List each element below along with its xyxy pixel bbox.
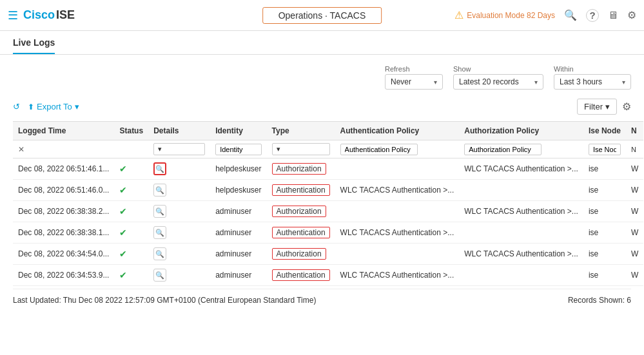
export-chevron: ▾ <box>75 102 79 111</box>
cell-type: Authorization <box>267 244 335 265</box>
type-filter-select[interactable]: ▾ <box>272 143 330 155</box>
cell-ise-node: ise <box>583 265 626 286</box>
filter-details: ▾ <box>148 140 210 158</box>
refresh-button[interactable]: ↺ <box>13 102 20 111</box>
cell-authz-policy: WLC TACACS Authentication >... <box>459 244 583 265</box>
cell-authz-policy: WLC TACACS Authentication >... <box>459 201 583 222</box>
cell-authz-policy: WLC TACACS Authentication >... <box>459 158 583 180</box>
cell-logged-time: Dec 08, 2022 06:38:38.2... <box>13 201 114 222</box>
table-settings-icon[interactable]: ⚙ <box>622 101 631 113</box>
cell-auth-policy <box>335 201 460 222</box>
status-check-icon: ✔ <box>119 270 127 280</box>
cell-identity: adminuser <box>210 244 266 265</box>
within-select[interactable]: Last 3 hours ▾ <box>554 74 631 90</box>
filter-identity <box>210 140 266 158</box>
controls-row: Refresh Never ▾ Show Latest 20 records ▾… <box>13 55 631 95</box>
cell-n: W <box>626 222 643 244</box>
live-logs-tab[interactable]: Live Logs <box>13 37 55 54</box>
type-value: Authorization <box>272 163 326 175</box>
warning-icon: ⚠ <box>454 9 463 21</box>
status-check-icon: ✔ <box>119 206 127 216</box>
cell-ise-node: ise <box>583 244 626 265</box>
cell-details: 🔍 <box>148 265 210 286</box>
cell-status: ✔ <box>114 201 148 222</box>
help-icon[interactable]: ? <box>586 9 599 22</box>
table-row: Dec 08, 2022 06:34:54.0...✔🔍adminuserAut… <box>13 244 643 265</box>
cell-ise-node: ise <box>583 222 626 244</box>
footer-bar: Last Updated: Thu Dec 08 2022 12:57:09 G… <box>13 289 631 305</box>
details-button[interactable]: 🔍 <box>153 269 166 282</box>
col-ise-node: Ise Node <box>583 122 626 140</box>
details-button[interactable]: 🔍 <box>153 162 166 175</box>
details-button[interactable]: 🔍 <box>153 226 166 239</box>
ise-node-filter-input[interactable] <box>589 144 621 155</box>
status-check-icon: ✔ <box>119 164 127 174</box>
notifications-icon[interactable]: 🖥 <box>608 10 618 21</box>
cell-logged-time: Dec 08, 2022 06:34:53.9... <box>13 265 114 286</box>
authz-policy-filter-input[interactable] <box>464 144 542 155</box>
cell-logged-time: Dec 08, 2022 06:51:46.1... <box>13 158 114 180</box>
filter-authz-policy <box>459 140 583 158</box>
filter-button[interactable]: Filter ▾ <box>577 99 617 115</box>
cell-details: 🔍 <box>148 222 210 244</box>
cell-n: W <box>626 180 643 201</box>
navbar-center-title: Operations · TACACS <box>262 7 382 24</box>
page-header: Live Logs <box>0 31 644 55</box>
type-value: Authorization <box>272 248 326 260</box>
filter-logged-time: ✕ <box>13 140 114 158</box>
search-icon[interactable]: 🔍 <box>564 9 577 21</box>
cell-n: W <box>626 244 643 265</box>
cell-auth-policy: WLC TACACS Authentication >... <box>335 180 460 201</box>
cell-ise-node: ise <box>583 158 626 180</box>
table-row: Dec 08, 2022 06:51:46.1...✔🔍helpdeskuser… <box>13 158 643 180</box>
col-logged-time: Logged Time <box>13 122 114 140</box>
cell-type: Authorization <box>267 201 335 222</box>
status-filter-select[interactable]: ▾ <box>153 143 205 155</box>
filter-n: N <box>626 140 643 158</box>
details-button[interactable]: 🔍 <box>153 205 166 218</box>
brand: Cisco ISE <box>23 8 75 22</box>
cell-authz-policy <box>459 265 583 286</box>
auth-policy-filter-input[interactable] <box>340 144 418 155</box>
filter-chevron: ▾ <box>605 102 610 111</box>
cell-auth-policy <box>335 158 460 180</box>
identity-filter-input[interactable] <box>215 144 261 155</box>
type-value: Authentication <box>272 184 330 196</box>
show-select[interactable]: Latest 20 records ▾ <box>453 74 543 90</box>
cell-n: W <box>626 158 643 180</box>
brand-cisco: Cisco <box>23 8 55 22</box>
filter-auth-policy <box>335 140 460 158</box>
cell-auth-policy <box>335 244 460 265</box>
refresh-control: Refresh Never ▾ <box>385 65 443 90</box>
cell-identity: helpdeskuser <box>210 180 266 201</box>
export-button[interactable]: ⬆ Export To ▾ <box>28 102 79 111</box>
within-control: Within Last 3 hours ▾ <box>554 65 631 90</box>
refresh-select[interactable]: Never ▾ <box>385 74 443 90</box>
details-button[interactable]: 🔍 <box>153 247 166 260</box>
close-icon[interactable]: ✕ <box>18 145 24 154</box>
action-right: Filter ▾ ⚙ <box>577 99 631 115</box>
cell-details: 🔍 <box>148 201 210 222</box>
cell-status: ✔ <box>114 158 148 180</box>
table-row: Dec 08, 2022 06:51:46.0...✔🔍helpdeskuser… <box>13 180 643 201</box>
type-value: Authentication <box>272 269 330 281</box>
eval-badge: ⚠ Evaluation Mode 82 Days <box>454 9 555 21</box>
col-status: Status <box>114 122 148 140</box>
navbar-left: ☰ Cisco ISE <box>8 8 75 23</box>
action-left: ↺ ⬆ Export To ▾ <box>13 102 79 111</box>
type-value: Authorization <box>272 206 326 217</box>
navbar-right: ⚠ Evaluation Mode 82 Days 🔍 ? 🖥 ⚙ <box>454 9 636 22</box>
main-content: Refresh Never ▾ Show Latest 20 records ▾… <box>0 55 644 318</box>
cell-logged-time: Dec 08, 2022 06:38:38.1... <box>13 222 114 244</box>
status-check-icon: ✔ <box>119 249 127 259</box>
cell-authz-policy <box>459 180 583 201</box>
cell-n: W <box>626 201 643 222</box>
table-row: Dec 08, 2022 06:38:38.1...✔🔍adminuserAut… <box>13 222 643 244</box>
cell-identity: adminuser <box>210 222 266 244</box>
details-button[interactable]: 🔍 <box>153 184 166 197</box>
hamburger-icon[interactable]: ☰ <box>8 8 18 23</box>
brand-ise: ISE <box>56 8 75 22</box>
cell-status: ✔ <box>114 244 148 265</box>
cell-type: Authorization <box>267 158 335 180</box>
settings-icon[interactable]: ⚙ <box>627 9 636 21</box>
